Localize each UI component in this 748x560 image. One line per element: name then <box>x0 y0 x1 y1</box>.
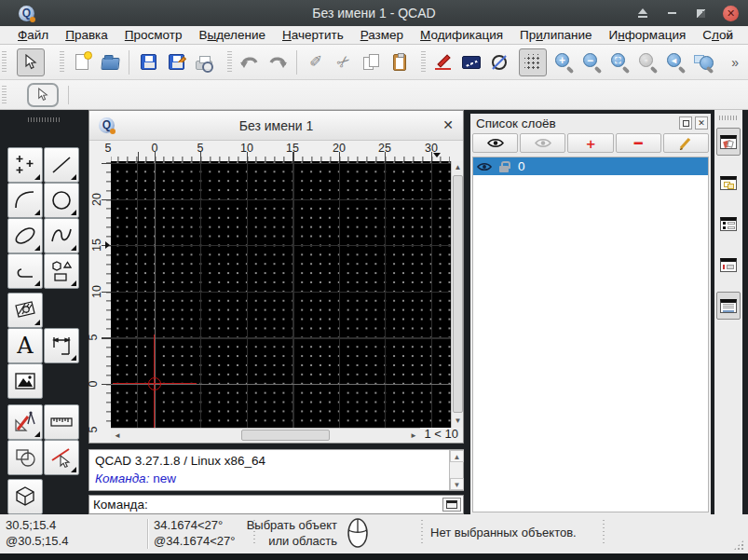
layer-list-dock-button[interactable] <box>716 128 741 156</box>
hide-all-layers-button[interactable] <box>520 133 565 153</box>
points-tool-button[interactable] <box>7 147 43 183</box>
pencil-button[interactable]: ✐ <box>302 48 330 76</box>
solid-tool-button[interactable] <box>7 479 43 514</box>
zoom-in-icon: + <box>554 52 575 73</box>
save-button[interactable] <box>134 48 162 76</box>
scrollbar-thumb[interactable] <box>453 175 463 413</box>
layer-panel-header[interactable]: Список слоёв ✕ <box>470 114 711 132</box>
zoom-redraw-button[interactable]: ▫ <box>634 48 662 76</box>
zoom-previous-button[interactable]: ◄ <box>662 48 690 76</box>
menu-item-view[interactable]: Просмотр <box>116 28 191 42</box>
dimension-tool-button[interactable] <box>44 328 79 363</box>
zoom-in-button[interactable]: + <box>551 48 578 76</box>
redo-button[interactable] <box>264 48 292 76</box>
polyline-tool-button[interactable] <box>7 253 43 289</box>
document-titlebar[interactable]: Q Без имени 1 ✕ <box>89 111 463 141</box>
palette-drag-handle[interactable] <box>28 117 60 122</box>
scroll-right-arrow[interactable]: ► <box>407 429 420 443</box>
resize-grip[interactable] <box>733 540 744 551</box>
horizontal-scrollbar[interactable]: ◄ ► <box>111 428 420 442</box>
text-tool-button[interactable]: A <box>7 328 43 363</box>
shade-button[interactable] <box>636 7 649 20</box>
selection-filter-button[interactable] <box>457 48 485 76</box>
command-input[interactable]: Команда: <box>88 495 464 514</box>
menu-item-block[interactable]: Блок <box>741 28 748 42</box>
modify-tool-button[interactable] <box>7 440 43 475</box>
block-list-dock-button[interactable] <box>716 169 741 197</box>
zoom-window-button[interactable] <box>690 48 718 76</box>
main-toolbar: ✐ ✂ + − ⛶ ▫ ◄ » <box>0 45 748 80</box>
toolbar-drag-handle[interactable] <box>227 51 232 74</box>
scroll-up-arrow[interactable]: ▲ <box>452 161 464 174</box>
selection-arrow-button[interactable] <box>17 48 45 76</box>
circle-tool-button[interactable] <box>44 183 79 218</box>
scroll-down-arrow[interactable]: ▼ <box>450 478 464 490</box>
scroll-up-arrow[interactable]: ▲ <box>450 450 464 462</box>
copy-button[interactable] <box>358 48 386 76</box>
layer-list: 0 <box>472 157 709 512</box>
menu-item-snap[interactable]: Прилипание <box>511 28 601 42</box>
dock-drag-handle[interactable] <box>719 116 738 120</box>
grid-toggle-button[interactable] <box>519 48 547 76</box>
toolbar-drag-handle[interactable] <box>60 51 64 74</box>
zoom-out-button[interactable]: − <box>578 48 606 76</box>
open-file-button[interactable] <box>96 48 124 76</box>
new-file-icon <box>75 54 88 70</box>
toolbar-drag-handle[interactable] <box>421 51 426 74</box>
property-editor-dock-button[interactable] <box>716 292 741 320</box>
show-all-layers-button[interactable] <box>472 133 518 153</box>
ruler-tool-button[interactable] <box>44 404 79 440</box>
layer-row-selected[interactable]: 0 <box>473 157 708 175</box>
remove-layer-button[interactable]: ━ <box>616 133 661 153</box>
measure-tool-button[interactable] <box>7 404 43 440</box>
menu-item-draw[interactable]: Начертить <box>274 28 352 42</box>
paste-button[interactable] <box>386 48 414 76</box>
menu-item-modify[interactable]: Модификация <box>412 28 511 42</box>
zoom-auto-button[interactable]: ⛶ <box>606 48 634 76</box>
save-as-button[interactable] <box>162 48 190 76</box>
line-tool-button[interactable] <box>44 147 79 183</box>
svg-text:A: A <box>16 334 34 358</box>
drawing-canvas[interactable] <box>111 161 451 428</box>
close-button[interactable]: ✕ <box>723 6 739 21</box>
edit-layer-button[interactable] <box>663 133 709 153</box>
menu-item-file[interactable]: Файл <box>9 28 57 42</box>
property-pencil-button[interactable] <box>429 48 457 76</box>
menu-item-layer[interactable]: Слой <box>694 28 741 42</box>
spline-tool-button[interactable] <box>44 218 79 253</box>
image-tool-button[interactable] <box>7 363 43 399</box>
toolbar-drag-handle[interactable] <box>2 51 7 74</box>
print-preview-button[interactable] <box>190 48 218 76</box>
new-file-button[interactable] <box>68 48 96 76</box>
add-layer-button[interactable]: ＋ <box>567 133 613 153</box>
menu-item-edit[interactable]: Правка <box>57 28 116 42</box>
hatch-tool-button[interactable] <box>7 293 43 328</box>
menu-item-info[interactable]: Информация <box>601 28 695 42</box>
menu-item-select[interactable]: Выделение <box>190 28 274 42</box>
vertical-scrollbar[interactable]: ▲ ▼ <box>451 161 463 428</box>
default-action-button[interactable] <box>27 83 59 107</box>
menu-item-dimension[interactable]: Размер <box>352 28 412 42</box>
toolbar-drag-handle[interactable] <box>2 86 7 104</box>
view-list-dock-button[interactable] <box>716 210 741 238</box>
scroll-left-arrow[interactable]: ◄ <box>111 429 124 443</box>
shape-tool-button[interactable] <box>44 253 79 289</box>
panel-float-button[interactable] <box>679 116 692 130</box>
command-line-dock-button[interactable] <box>716 251 741 279</box>
arc-tool-button[interactable] <box>7 183 43 218</box>
document-close-button[interactable]: ✕ <box>442 117 454 132</box>
command-options-button[interactable] <box>442 498 461 512</box>
history-scrollbar[interactable]: ▲ ▼ <box>449 450 463 490</box>
cut-button[interactable]: ✂ <box>330 48 358 76</box>
ellipse-tool-button[interactable] <box>7 218 43 253</box>
panel-close-button[interactable]: ✕ <box>695 116 708 130</box>
circle-off-button[interactable] <box>485 48 513 76</box>
undo-button[interactable] <box>236 48 264 76</box>
scroll-down-arrow[interactable]: ▼ <box>452 415 464 428</box>
minimize-button[interactable] <box>665 7 678 20</box>
menu-overflow-chevron[interactable]: » <box>726 28 733 43</box>
scrollbar-thumb[interactable] <box>241 430 330 441</box>
restore-button[interactable] <box>694 7 707 20</box>
toolbar-overflow-chevron[interactable]: » <box>731 55 739 70</box>
trim-tool-button[interactable] <box>44 440 79 475</box>
